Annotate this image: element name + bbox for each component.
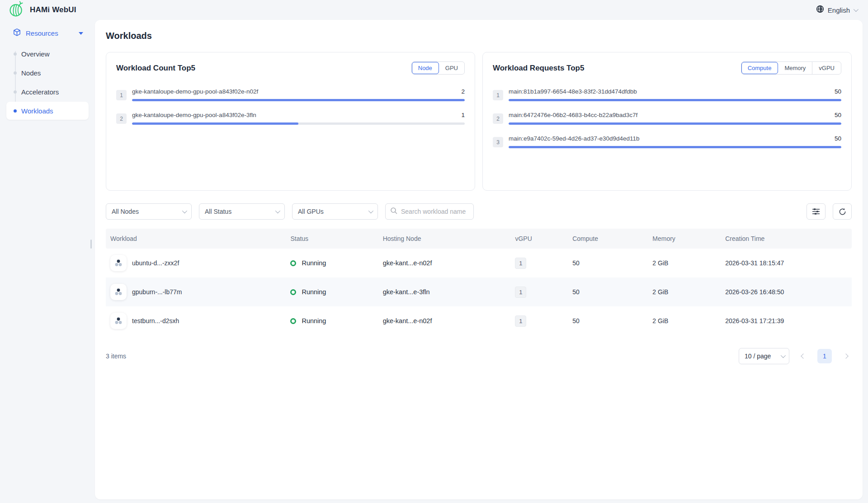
sidebar-section-resources[interactable]: Resources <box>0 20 95 45</box>
search-icon <box>390 207 397 216</box>
sidebar-item-label: Accelerators <box>21 88 59 96</box>
chevron-down-icon <box>275 208 280 213</box>
col-compute: Compute <box>568 235 648 242</box>
tree-dot-icon <box>14 71 17 75</box>
status-filter-value: All Status <box>205 208 231 215</box>
toggle-compute[interactable]: Compute <box>741 62 778 74</box>
workload-pod-icon <box>110 255 127 271</box>
page-title: Workloads <box>106 31 852 41</box>
workloads-table: Workload Status Hosting Node vGPU Comput… <box>106 229 852 335</box>
nodes-filter-select[interactable]: All Nodes <box>106 203 192 220</box>
page-number-1[interactable]: 1 <box>817 349 832 363</box>
bar-fill <box>132 99 465 101</box>
col-hosting-node: Hosting Node <box>378 235 511 242</box>
rank-value: 50 <box>835 112 841 118</box>
sidebar-item-workloads[interactable]: Workloads <box>6 102 89 120</box>
page-size-select[interactable]: 10 / page <box>739 348 789 364</box>
table-body: ubuntu-d...-zxx2f Running gke-kant...e-n… <box>106 249 852 335</box>
language-label: English <box>828 6 850 14</box>
rank-value: 50 <box>835 135 841 142</box>
table-footer: 3 items 10 / page 1 <box>106 348 852 364</box>
workload-count-card: Workload Count Top5 Node GPU 1 gke-kanta… <box>106 52 475 191</box>
rank-name: main:81b1a997-6654-48e3-83f2-31dd474dfdb… <box>509 88 637 95</box>
rank-row: 1 main:81b1a997-6654-48e3-83f2-31dd474df… <box>493 88 841 101</box>
compute-value: 50 <box>568 288 648 296</box>
requests-toggle-group: Compute Memory vGPU <box>741 61 841 75</box>
status-running-icon <box>290 260 296 266</box>
sidebar-item-overview[interactable]: Overview <box>6 45 89 63</box>
rank-badge: 3 <box>493 137 503 147</box>
rank-name: main:e9a7402c-59ed-4d26-ad37-e30d9d4ed11… <box>509 135 640 142</box>
top-bar: HAMi WebUI English <box>0 0 868 20</box>
rank-badge: 2 <box>116 113 127 124</box>
chevron-down-icon <box>854 7 859 12</box>
rank-value: 1 <box>461 112 465 118</box>
bar-track <box>132 99 465 101</box>
search-input[interactable] <box>401 208 469 215</box>
compute-value: 50 <box>568 259 648 267</box>
memory-value: 2 GiB <box>648 317 721 324</box>
column-settings-button[interactable] <box>807 203 826 220</box>
app-title: HAMi WebUI <box>30 5 76 14</box>
workload-requests-card: Workload Requests Top5 Compute Memory vG… <box>482 52 852 191</box>
workload-name: gpuburn-...-lb77m <box>132 288 182 296</box>
bar-track <box>509 99 841 101</box>
sidebar-item-accelerators[interactable]: Accelerators <box>6 83 89 101</box>
sidebar-item-label: Nodes <box>21 69 41 77</box>
language-selector[interactable]: English <box>816 5 857 15</box>
status-filter-select[interactable]: All Status <box>199 203 285 220</box>
rank-name: main:6472476e-06b2-4683-b4cc-b22a9bad3c7… <box>509 112 637 118</box>
col-status: Status <box>286 235 378 242</box>
column-settings-icon <box>812 208 820 215</box>
bar-track <box>509 146 841 148</box>
status-running-icon <box>290 318 296 324</box>
sidebar-resize-handle[interactable] <box>90 240 92 249</box>
status-label: Running <box>302 288 326 296</box>
col-creation-time: Creation Time <box>721 235 852 242</box>
bar-track <box>132 122 465 125</box>
total-items: 3 items <box>106 353 126 360</box>
rank-badge: 1 <box>493 90 503 100</box>
sidebar: Resources Overview Nodes Accelerators Wo… <box>0 20 95 503</box>
nodes-filter-value: All Nodes <box>112 208 139 215</box>
workload-name: testburn...-d2sxh <box>132 317 179 324</box>
bar-fill <box>132 122 298 125</box>
bar-fill <box>509 146 841 148</box>
main-panel: Workloads Workload Count Top5 Node GPU 1… <box>95 20 863 499</box>
chevron-right-icon <box>843 353 848 358</box>
bar-track <box>509 122 841 125</box>
workload-pod-icon <box>110 284 127 300</box>
rank-badge: 1 <box>116 90 127 100</box>
toggle-node[interactable]: Node <box>412 62 439 74</box>
creation-time: 2026-03-31 17:21:39 <box>721 317 852 324</box>
rank-name: gke-kantaloupe-demo-gpu-pool-a843f02e-n0… <box>132 88 258 95</box>
vgpu-badge: 1 <box>515 287 526 298</box>
gpus-filter-select[interactable]: All GPUs <box>292 203 378 220</box>
top-cards: Workload Count Top5 Node GPU 1 gke-kanta… <box>106 52 852 191</box>
refresh-button[interactable] <box>833 203 852 220</box>
next-page-button[interactable] <box>840 349 852 363</box>
sidebar-section-label: Resources <box>26 29 74 37</box>
caret-down-icon <box>79 32 83 35</box>
col-vgpu: vGPU <box>510 235 568 242</box>
sidebar-item-nodes[interactable]: Nodes <box>6 64 89 82</box>
toggle-gpu[interactable]: GPU <box>439 62 464 74</box>
card-title: Workload Requests Top5 <box>493 64 584 73</box>
chevron-down-icon <box>368 208 373 213</box>
tree-dot-icon <box>14 109 17 113</box>
status-running-icon <box>290 289 296 295</box>
toggle-memory[interactable]: Memory <box>778 62 812 74</box>
memory-value: 2 GiB <box>648 259 721 267</box>
toggle-vgpu[interactable]: vGPU <box>812 62 841 74</box>
prev-page-button[interactable] <box>797 349 809 363</box>
vgpu-badge: 1 <box>515 315 526 327</box>
table-row[interactable]: gpuburn-...-lb77m Running gke-kant...e-3… <box>106 277 852 306</box>
chevron-down-icon <box>781 353 786 358</box>
filter-bar: All Nodes All Status All GPUs <box>106 203 852 220</box>
creation-time: 2026-03-26 16:48:50 <box>721 288 852 296</box>
table-row[interactable]: testburn...-d2sxh Running gke-kant...e-n… <box>106 306 852 335</box>
table-header: Workload Status Hosting Node vGPU Comput… <box>106 229 852 249</box>
bar-fill <box>509 99 841 101</box>
cube-icon <box>13 28 21 38</box>
table-row[interactable]: ubuntu-d...-zxx2f Running gke-kant...e-n… <box>106 249 852 277</box>
